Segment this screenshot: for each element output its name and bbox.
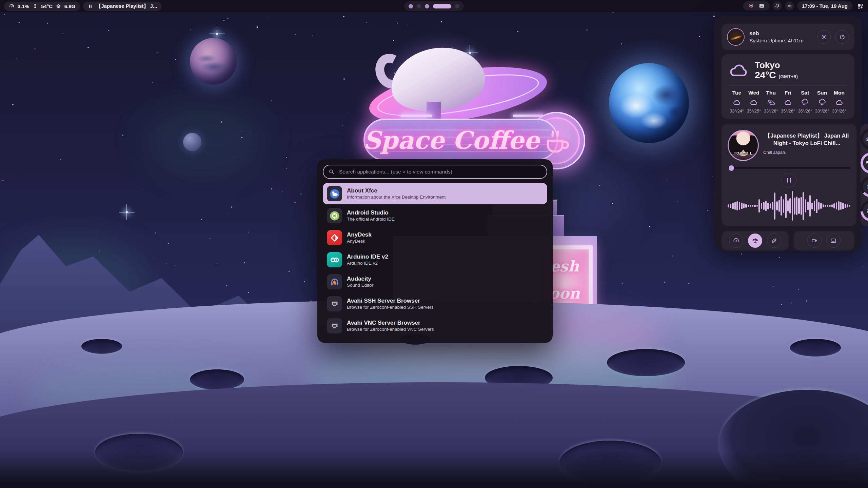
star (175, 59, 176, 60)
visualizer-bar (748, 205, 749, 207)
notifications-button[interactable] (773, 1, 782, 11)
star (343, 78, 345, 80)
rain-cloud-icon (800, 99, 810, 106)
system-stats-pill[interactable]: 3.1% 54°C 6.8G (4, 2, 80, 11)
visualizer-bar (767, 203, 769, 209)
visualizer-bar (776, 201, 778, 210)
visualizer-bar (750, 205, 751, 207)
power-button[interactable] (835, 30, 849, 44)
cpu-usage: 3.1% (18, 3, 29, 9)
star (217, 263, 217, 264)
cloud-icon (834, 99, 844, 106)
screen-record-button[interactable] (807, 233, 822, 248)
visualizer-bar (745, 204, 747, 208)
weather-card: Tokyo 24°C (GMT+9) Tue 33°/24° Wed (722, 54, 854, 119)
visualizer-bar (847, 204, 848, 207)
cat-icon[interactable] (748, 3, 754, 9)
star (166, 263, 166, 264)
star (226, 285, 227, 286)
forecast-day-label: Mon (834, 90, 845, 96)
powersave-mode-button[interactable] (767, 233, 781, 248)
weather-city: Tokyo (755, 60, 798, 70)
app-name: Avahi VNC Server Browser (347, 319, 434, 326)
forecast-day-label: Sat (801, 90, 809, 96)
workspace-dot-occupied[interactable] (409, 4, 413, 8)
username: seb (749, 30, 812, 37)
screenshot-button[interactable] (826, 233, 841, 248)
track-progress-bar[interactable] (728, 167, 850, 169)
gauge-value: 54°C (866, 160, 868, 165)
visualizer-bar (831, 204, 833, 207)
leaf-icon (771, 237, 777, 244)
performance-mode-button[interactable] (729, 233, 743, 248)
capture-card (793, 231, 854, 250)
forecast-day: Thu 33°/26° (763, 90, 780, 114)
app-row-avahi-ssh[interactable]: Avahi SSH Server Browser Browse for Zero… (323, 293, 547, 314)
star (300, 194, 302, 195)
clock-pill[interactable]: 17:09 - Tue, 19 Aug (797, 1, 852, 11)
visualizer-bar (823, 204, 824, 207)
network-port-icon (327, 318, 342, 333)
star (773, 286, 774, 287)
power-icon (839, 34, 846, 40)
star (294, 202, 296, 203)
star (210, 238, 211, 239)
workspace-dot-occupied[interactable] (425, 4, 429, 8)
app-description: AnyDesk (347, 238, 372, 244)
star (227, 18, 229, 19)
star (155, 232, 156, 233)
gauge-cpu-usage: 3.1% (861, 128, 868, 149)
settings-button[interactable] (817, 30, 831, 44)
app-row-anydesk[interactable]: AnyDesk AnyDesk (323, 227, 547, 248)
star (397, 21, 397, 22)
bell-icon (774, 3, 780, 9)
visualizer-bar (774, 192, 776, 220)
visualizer-bar (728, 204, 729, 207)
app-row-android-studio[interactable]: Android Studio The official Android IDE (323, 205, 547, 226)
gauge-value: 24% (867, 208, 868, 214)
star (168, 243, 169, 244)
visualizer-bar (741, 203, 743, 209)
thermometer-icon (32, 3, 38, 9)
visualizer-bar (794, 198, 795, 215)
app-dashboard-button[interactable] (855, 1, 865, 11)
visualizer-bar (778, 200, 780, 212)
progress-knob[interactable] (729, 165, 734, 171)
star (47, 23, 48, 24)
app-row-avahi-vnc[interactable]: Avahi VNC Server Browser Browse for Zero… (323, 315, 547, 337)
cloud-icon (783, 99, 793, 106)
gear-icon (821, 34, 827, 40)
system-gauges-card: 3.1% 54°C 14% 24% (861, 124, 868, 226)
album-art[interactable]: TOKYO L (728, 130, 759, 161)
cloud-icon (749, 99, 758, 106)
star (34, 48, 36, 49)
search-input[interactable] (323, 165, 547, 179)
forecast-temps: 33°/26° (815, 109, 829, 114)
app-list: About Xfce Information about the Xfce De… (323, 183, 547, 337)
star (241, 137, 242, 138)
user-card: seb System Uptime: 4h11m (722, 24, 854, 50)
visualizer-bar (836, 202, 837, 210)
pause-button[interactable] (782, 173, 796, 188)
chip-icon (56, 3, 61, 9)
app-row-arduino[interactable]: Arduino IDE v2 Arduino IDE v2 (323, 249, 547, 270)
visualizer-bar (781, 196, 782, 215)
star (407, 25, 408, 26)
star (241, 131, 242, 131)
app-row-audacity[interactable]: Audacity Sound Editor (323, 271, 547, 292)
workspace-dot-active[interactable] (433, 4, 451, 8)
star (12, 104, 14, 105)
workspace-dot-empty[interactable] (417, 4, 421, 8)
star (99, 251, 100, 251)
workspace-dot-empty[interactable] (455, 4, 459, 8)
track-title: 【Japanese Playlist】 Japan All Night - To… (763, 132, 850, 147)
wallpaper-image-icon[interactable] (758, 3, 765, 9)
app-name: AnyDesk (347, 231, 372, 238)
now-playing-pill[interactable]: 【Japanese Playlist】 J... (83, 2, 162, 11)
visualizer-bar (761, 203, 763, 208)
forecast-day: Fri 35°/26° (780, 90, 796, 114)
volume-button[interactable] (785, 1, 794, 11)
app-row-about-xfce[interactable]: About Xfce Information about the Xfce De… (323, 183, 547, 204)
balanced-mode-button[interactable] (748, 233, 762, 248)
avatar[interactable] (727, 28, 745, 46)
